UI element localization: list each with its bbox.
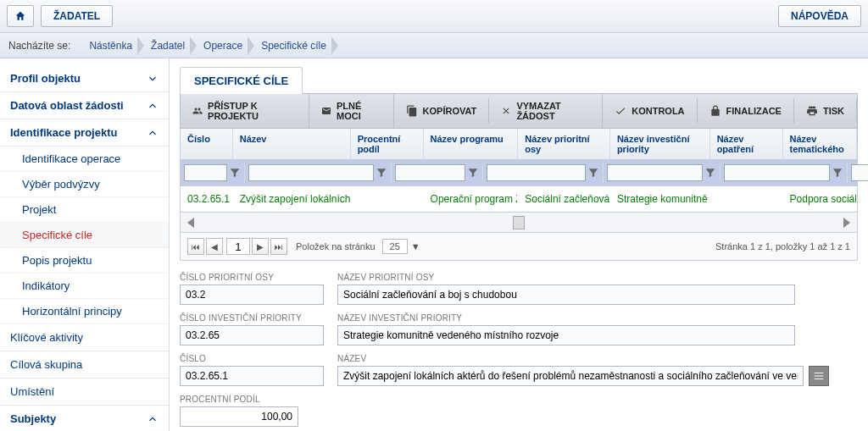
grid-filter-row xyxy=(180,160,858,186)
breadcrumb-item[interactable]: Specifické cíle xyxy=(254,33,338,58)
cell-investment: Strategie komunitně v… xyxy=(610,190,710,208)
nav-section-subjects[interactable]: Subjekty xyxy=(0,406,169,431)
label-num: ČÍSLO xyxy=(180,354,324,363)
filter-number[interactable] xyxy=(184,164,227,181)
funnel-icon[interactable] xyxy=(587,167,599,179)
filter-percent[interactable] xyxy=(395,164,465,181)
breadcrumb-item[interactable]: Nástěnka xyxy=(82,33,144,58)
col-investment[interactable]: Název investiční priority xyxy=(610,129,710,159)
tb-project-access[interactable]: PŘÍSTUP K PROJEKTU xyxy=(181,94,309,128)
chevron-up-icon xyxy=(147,127,159,139)
input-axis-num[interactable] xyxy=(180,285,324,305)
breadcrumb-label: Nacházíte se: xyxy=(8,40,70,52)
cell-percent xyxy=(351,190,424,208)
input-ip-name[interactable] xyxy=(337,325,795,345)
col-number[interactable]: Číslo xyxy=(181,129,233,159)
col-axis[interactable]: Název prioritní osy xyxy=(518,129,610,159)
home-button[interactable] xyxy=(7,5,34,27)
tb-print[interactable]: TISK xyxy=(794,98,857,124)
nav-section-data-area[interactable]: Datová oblast žádosti xyxy=(0,92,169,119)
sidebar: Profil objektu Datová oblast žádosti Ide… xyxy=(0,58,170,431)
people-icon xyxy=(192,105,203,117)
col-percent[interactable]: Procentní podíl xyxy=(351,129,424,159)
nav-item-operation-id[interactable]: Identifikace operace xyxy=(0,146,169,172)
tb-copy[interactable]: KOPÍROVAT xyxy=(394,98,490,124)
nav-item-project[interactable]: Projekt xyxy=(0,197,169,223)
pager-prev[interactable]: ◀ xyxy=(206,238,223,255)
lock-icon xyxy=(709,105,721,117)
col-program[interactable]: Název programu xyxy=(424,129,519,159)
label-name: NÁZEV xyxy=(337,354,829,363)
close-icon xyxy=(501,105,511,117)
cell-thematic: Podpora sociáln xyxy=(783,190,857,208)
nav-item-subcall[interactable]: Výběr podvýzvy xyxy=(0,172,169,197)
tb-delete-request[interactable]: VYMAZAT ŽÁDOST xyxy=(489,94,603,128)
grid-hscroll[interactable] xyxy=(180,213,858,233)
applicant-button[interactable]: ŽADATEL xyxy=(41,5,113,27)
dropdown-icon[interactable] xyxy=(513,216,525,229)
expand-text-button[interactable] xyxy=(809,366,829,386)
nav-section-label: Profil objektu xyxy=(10,72,81,85)
input-name[interactable] xyxy=(337,366,804,386)
check-icon xyxy=(615,105,626,117)
nav-section-label: Identifikace projektu xyxy=(10,126,117,139)
nav-item-key-activities[interactable]: Klíčové aktivity xyxy=(0,324,169,351)
nav-section-identification[interactable]: Identifikace projektu xyxy=(0,119,169,146)
nav-section-label: Datová oblast žádosti xyxy=(10,99,124,112)
label-pct: PROCENTNÍ PODÍL xyxy=(180,395,298,404)
nav-item-target-group[interactable]: Cílová skupina xyxy=(0,351,169,379)
pager-next[interactable]: ▶ xyxy=(252,238,269,255)
input-num[interactable] xyxy=(180,366,324,386)
nav-item-location[interactable]: Umístění xyxy=(0,379,169,406)
funnel-icon[interactable] xyxy=(704,167,716,179)
pager-last[interactable]: ⏭ xyxy=(270,238,287,255)
input-axis-name[interactable] xyxy=(337,285,795,305)
pager-info: Stránka 1 z 1, položky 1 až 1 z 1 xyxy=(715,241,850,251)
input-pct[interactable] xyxy=(180,406,298,427)
chevron-up-icon xyxy=(147,100,159,112)
col-name[interactable]: Název xyxy=(233,129,351,159)
nav-item-indicators[interactable]: Indikátory xyxy=(0,274,169,299)
nav-item-project-desc[interactable]: Popis projektu xyxy=(0,248,169,274)
filter-measure[interactable] xyxy=(851,164,868,181)
filter-axis[interactable] xyxy=(607,164,703,181)
breadcrumb: Nacházíte se: Nástěnka Žadatel Operace S… xyxy=(0,33,868,58)
cell-measure xyxy=(710,190,783,208)
chevron-down-icon[interactable]: ▼ xyxy=(411,241,420,251)
funnel-icon[interactable] xyxy=(229,167,241,179)
label-axis-name: NÁZEV PRIORITNÍ OSY xyxy=(337,273,795,282)
filter-name[interactable] xyxy=(248,164,374,181)
breadcrumb-item[interactable]: Operace xyxy=(197,33,254,58)
input-ip-num[interactable] xyxy=(180,325,324,345)
cell-axis: Sociální začleňování a… xyxy=(518,190,610,208)
envelope-icon xyxy=(321,105,331,117)
funnel-icon[interactable] xyxy=(467,167,479,179)
col-thematic[interactable]: Název tematického xyxy=(783,129,857,159)
funnel-icon[interactable] xyxy=(376,167,387,179)
home-icon xyxy=(14,10,26,22)
pager-perpage-label: Položek na stránku xyxy=(296,241,376,251)
pager-first[interactable]: ⏮ xyxy=(187,238,204,255)
print-icon xyxy=(806,105,818,117)
pager: ⏮ ◀ ▶ ⏭ Položek na stránku 25 ▼ Stránka … xyxy=(180,233,858,261)
funnel-icon[interactable] xyxy=(832,167,843,179)
table-row[interactable]: 03.2.65.1 Zvýšit zapojení lokálních akt…… xyxy=(180,186,858,213)
help-button[interactable]: NÁPOVĚDA xyxy=(778,5,861,27)
filter-investment[interactable] xyxy=(724,164,830,181)
cell-number: 03.2.65.1 xyxy=(181,190,233,208)
tab-specific-goals[interactable]: SPECIFICKÉ CÍLE xyxy=(180,67,303,94)
nav-item-specific-goals[interactable]: Specifické cíle xyxy=(0,223,169,248)
tb-check[interactable]: KONTROLA xyxy=(603,98,697,124)
tb-full-powers[interactable]: PLNÉ MOCI xyxy=(309,94,394,128)
breadcrumb-item[interactable]: Žadatel xyxy=(144,33,197,58)
pager-page-input[interactable] xyxy=(226,238,250,255)
action-toolbar: PŘÍSTUP K PROJEKTU PLNÉ MOCI KOPÍROVAT V… xyxy=(180,93,858,129)
pager-perpage[interactable]: 25 xyxy=(382,239,408,254)
filter-program[interactable] xyxy=(487,164,586,181)
nav-section-profile[interactable]: Profil objektu xyxy=(0,65,169,92)
nav-item-horizontal[interactable]: Horizontální principy xyxy=(0,299,169,324)
tb-finalize[interactable]: FINALIZACE xyxy=(698,98,794,124)
col-measure[interactable]: Název opatření xyxy=(710,129,783,159)
nav-section-label: Subjekty xyxy=(10,412,56,425)
list-icon xyxy=(813,370,825,382)
